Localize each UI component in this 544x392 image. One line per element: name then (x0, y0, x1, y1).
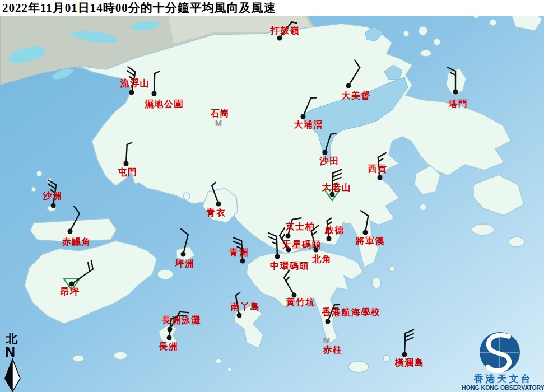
station-label-hk-sea-school: 香港航海學校 (322, 307, 381, 317)
station-label-kings-park: 京士柏 (285, 221, 315, 231)
station-dot (237, 313, 242, 318)
no-data-marker: M (215, 118, 222, 128)
station-dot (240, 259, 245, 264)
logo-en-text: HONG KONG OBSERVATORY (462, 384, 544, 391)
station-dot (152, 91, 157, 96)
station-dot (181, 252, 186, 257)
logo-cjk-text: 香港天文台 (473, 374, 533, 384)
station-label-lamma-island: 南丫島 (230, 302, 261, 311)
station-label-green-island: 青洲 (229, 248, 249, 257)
station-dot (378, 175, 383, 180)
wind-barb-stem (277, 236, 277, 256)
wind-barb-tick (180, 312, 189, 312)
station-label-north-point: 北角 (312, 254, 332, 264)
station-label-wetland-park: 濕地公園 (144, 99, 184, 109)
hei-ling-chau-island (157, 269, 173, 279)
station-label-sha-tin: 沙田 (319, 156, 340, 166)
station-dot (327, 236, 332, 241)
station-dot (402, 352, 407, 357)
station-label-sha-chau: 沙洲 (43, 191, 63, 200)
station-label-waglan-island: 橫瀾島 (394, 358, 425, 367)
station-dot (69, 282, 75, 287)
station-label-lau-fau-shan: 流浮山 (120, 78, 150, 88)
no-data-marker: M (323, 335, 331, 345)
station-dot (323, 150, 328, 155)
station-dot (363, 230, 368, 235)
station-dot (216, 202, 221, 207)
station-dot (277, 36, 282, 41)
wind-barb-stem (154, 73, 155, 94)
station-dot (326, 319, 331, 324)
station-label-tsing-yi: 青衣 (206, 208, 226, 217)
station-label-tates-cairn: 大老山 (322, 183, 352, 192)
station-label-stanley: 赤柱 (323, 345, 343, 354)
station-dot (129, 90, 134, 95)
station-label-tai-mei-tuk: 大美督 (342, 90, 371, 100)
station-label-chek-lap-kok: 赤鱲角 (62, 237, 92, 246)
station-label-central-pier: 中環碼頭 (270, 261, 309, 271)
wind-barb-tick (331, 134, 336, 134)
station-label-tseung-kwan-o: 將軍澳 (355, 236, 385, 246)
wind-map-screenshot: 打鼓嶺流浮山濕地公園M石崗大美督塔門大埔滘沙田屯門西貢沙洲大老山青衣赤鱲角京士柏… (0, 0, 544, 392)
station-label-cheung-chau: 長洲 (159, 342, 179, 351)
station-label-ta-kwu-ling: 打鼓嶺 (270, 26, 300, 35)
station-dot (286, 234, 291, 239)
station-dot (330, 192, 335, 197)
station-dot (453, 90, 458, 95)
station-label-tap-mun: 塔門 (448, 99, 468, 109)
station-dot (167, 335, 172, 340)
station-label-shek-kong: 石崗 (210, 109, 230, 118)
page-title: 2022年11月01日14時00分的十分鐘平均風向及風速 (0, 0, 544, 16)
station-label-kai-tak: 啟德 (324, 225, 345, 235)
station-label-wong-chuk-hang: 黃竹坑 (286, 297, 316, 307)
station-dot (51, 203, 56, 208)
station-label-ngong-ping: 昂坪 (61, 287, 80, 296)
station-dot (314, 248, 319, 253)
station-label-cheung-chau-beach: 長洲泳灘 (161, 315, 201, 325)
north-n-label: N (5, 344, 15, 360)
station-dot (346, 83, 351, 88)
station-label-tuen-mun: 屯門 (118, 167, 138, 177)
station-dot (68, 229, 73, 234)
ma-wan-island (183, 193, 190, 199)
station-dot (301, 114, 306, 119)
map-svg: 打鼓嶺流浮山濕地公園M石崗大美督塔門大埔滘沙田屯門西貢沙洲大老山青衣赤鱲角京士柏… (0, 0, 544, 392)
station-label-tai-po-kau: 大埔滘 (294, 119, 324, 129)
station-label-sai-kung: 西貢 (368, 164, 388, 174)
station-dot (275, 254, 280, 259)
station-dot (124, 161, 129, 166)
station-label-peng-chau: 坪洲 (175, 259, 195, 268)
